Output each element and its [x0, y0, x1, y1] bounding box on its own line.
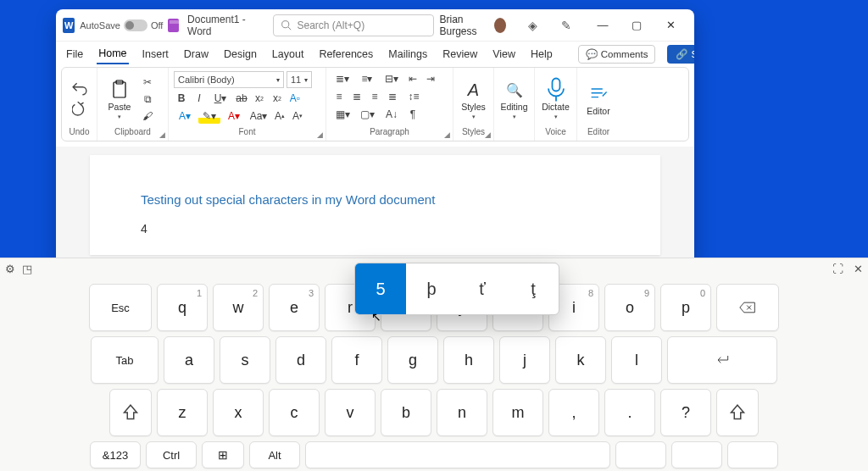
key-s[interactable]: s — [220, 336, 270, 384]
paste-button[interactable]: Paste ▾ — [103, 71, 136, 127]
autosave-toggle[interactable]: AutoSave Off — [80, 19, 163, 31]
tab-design[interactable]: Design — [222, 45, 259, 64]
format-painter-button[interactable]: 🖌 — [140, 108, 155, 124]
key-backspace[interactable] — [716, 284, 779, 331]
strikethrough-button[interactable]: ab — [234, 91, 249, 106]
grow-font-button[interactable]: A▴ — [272, 108, 287, 124]
key-k[interactable]: k — [555, 336, 606, 384]
key-shift-left[interactable] — [109, 389, 152, 436]
popup-option[interactable]: þ — [406, 263, 457, 314]
diamond-icon[interactable]: ◈ — [520, 13, 545, 38]
align-right-button[interactable]: ≡ — [367, 89, 382, 104]
paragraph-launcher-icon[interactable]: ◢ — [444, 130, 450, 139]
tab-references[interactable]: References — [317, 45, 375, 64]
key-shift-right[interactable] — [716, 389, 759, 436]
key-p[interactable]: 0p — [660, 284, 711, 331]
settings-icon[interactable]: ⚙ — [5, 263, 15, 275]
subscript-button[interactable]: x2 — [252, 91, 267, 106]
close-keyboard-icon[interactable]: ✕ — [854, 263, 863, 275]
document-title[interactable]: Document1 - Word — [187, 14, 254, 37]
show-marks-button[interactable]: ¶ — [405, 107, 420, 122]
justify-button[interactable]: ≣ — [385, 89, 400, 104]
key-b[interactable]: b — [381, 389, 431, 436]
document-canvas[interactable]: Testing out special characters in my Wor… — [56, 147, 694, 263]
toggle-switch-icon[interactable] — [124, 19, 147, 31]
bold-button[interactable]: B — [174, 91, 189, 106]
font-color-outline-button[interactable]: A▾ — [174, 108, 196, 124]
key-ctrl[interactable]: Ctrl — [146, 441, 197, 468]
share-button[interactable]: 🔗 Share — [667, 45, 694, 64]
popup-option[interactable]: ţ — [508, 263, 559, 314]
key-n[interactable]: n — [437, 389, 487, 436]
line-spacing-button[interactable]: ↕≡ — [403, 89, 425, 104]
tab-insert[interactable]: Insert — [141, 45, 170, 64]
key-enter[interactable] — [667, 336, 777, 384]
tab-home[interactable]: Home — [97, 44, 128, 64]
change-case-button[interactable]: Aa▾ — [248, 108, 270, 124]
key-extra-2[interactable] — [671, 441, 722, 468]
copy-button[interactable]: ⧉ — [140, 91, 155, 107]
editor-button[interactable]: Editor — [582, 71, 615, 127]
tab-draw[interactable]: Draw — [182, 45, 210, 64]
key-extra-3[interactable] — [727, 441, 778, 468]
document-heading[interactable]: Testing out special characters in my Wor… — [141, 192, 609, 207]
clipboard-launcher-icon[interactable]: ◢ — [159, 130, 165, 139]
key-o[interactable]: 9o — [604, 284, 655, 331]
shading-button[interactable]: ▦▾ — [331, 107, 353, 122]
multilevel-list-button[interactable]: ⊟▾ — [381, 71, 403, 86]
key-d[interactable]: d — [275, 336, 326, 384]
align-center-button[interactable]: ≣ — [349, 89, 364, 104]
dictate-button[interactable]: Dictate ▾ — [540, 71, 571, 127]
popup-option-selected[interactable]: 5 — [355, 263, 406, 314]
underline-button[interactable]: U▾ — [209, 91, 231, 106]
key-tab[interactable]: Tab — [91, 336, 159, 384]
redo-button[interactable] — [72, 102, 87, 117]
bullets-button[interactable]: ≣▾ — [331, 71, 353, 86]
increase-indent-button[interactable]: ⇥ — [423, 71, 438, 86]
key-w[interactable]: 2w — [213, 284, 264, 331]
popup-option[interactable]: ť — [457, 263, 508, 314]
minimize-button[interactable]: — — [586, 13, 620, 38]
tab-layout[interactable]: Layout — [270, 45, 306, 64]
key-f[interactable]: f — [331, 336, 382, 384]
key-alt[interactable]: Alt — [249, 441, 300, 468]
font-name-combo[interactable]: Calibri (Body)▾ — [174, 71, 284, 88]
tab-help[interactable]: Help — [529, 45, 554, 64]
tab-view[interactable]: View — [491, 45, 517, 64]
save-icon[interactable] — [168, 19, 179, 32]
user-account[interactable]: Brian Burgess — [439, 14, 509, 37]
key-a[interactable]: a — [164, 336, 214, 384]
font-color-button[interactable]: A▾ — [223, 108, 245, 124]
text-effects-button[interactable]: A▫ — [287, 91, 303, 106]
styles-button[interactable]: A Styles ▾ — [459, 71, 488, 127]
shrink-font-button[interactable]: A▾ — [290, 108, 305, 124]
highlight-button[interactable]: ✎▾ — [198, 108, 220, 124]
search-input[interactable]: Search (Alt+Q) — [273, 14, 434, 36]
borders-button[interactable]: ▢▾ — [356, 107, 378, 122]
tab-review[interactable]: Review — [441, 45, 479, 64]
font-size-combo[interactable]: 11▾ — [287, 71, 312, 88]
key-l[interactable]: l — [611, 336, 662, 384]
pen-icon[interactable]: ✎ — [554, 13, 579, 38]
sort-button[interactable]: A↓ — [381, 107, 403, 122]
font-launcher-icon[interactable]: ◢ — [317, 130, 323, 139]
key-z[interactable]: z — [157, 389, 208, 436]
tab-file[interactable]: File — [64, 45, 85, 64]
superscript-button[interactable]: x2 — [270, 91, 285, 106]
key-e[interactable]: 3e — [269, 284, 320, 331]
document-page[interactable]: Testing out special characters in my Wor… — [90, 155, 660, 255]
key-question[interactable]: ? — [660, 389, 711, 436]
key-j[interactable]: j — [499, 336, 550, 384]
editing-button[interactable]: 🔍 Editing ▾ — [499, 71, 529, 127]
comments-button[interactable]: 💬 Comments — [578, 45, 656, 64]
key-m[interactable]: m — [492, 389, 543, 436]
key-escape[interactable]: Esc — [89, 284, 152, 331]
key-space[interactable] — [305, 441, 610, 468]
window-icon[interactable]: ◳ — [22, 263, 32, 275]
key-extra-1[interactable] — [615, 441, 666, 468]
key-q[interactable]: 1q — [157, 284, 208, 331]
key-h[interactable]: h — [443, 336, 494, 384]
styles-launcher-icon[interactable]: ◢ — [485, 130, 491, 139]
undo-button[interactable] — [72, 81, 87, 97]
key-windows[interactable]: ⊞ — [202, 441, 244, 468]
